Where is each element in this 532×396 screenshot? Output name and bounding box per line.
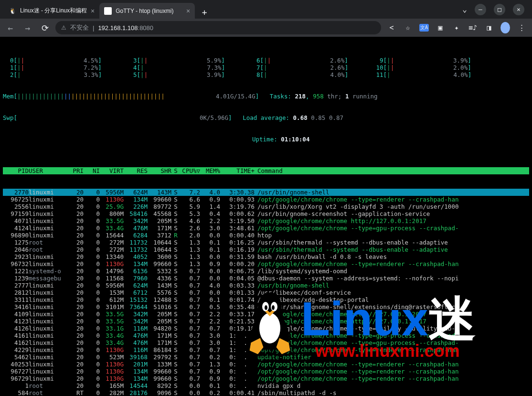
share-icon[interactable]: < <box>387 23 396 32</box>
table-row[interactable]: 4071 linuxmi 20033.5G342M205MS4.62.23:19… <box>3 217 529 225</box>
insecure-label: 不安全 <box>70 23 89 32</box>
table-row[interactable]: 2923 linuxmi 2001334040523600S1.30.00:31… <box>3 253 529 260</box>
mem-meter: Mem[||||||||||||||||||||||||||||||||||||… <box>3 93 529 100</box>
cpu-meter-4: 4[|7.3%] <box>126 64 249 71</box>
table-row[interactable]: 4162 linuxmi 20033.4G476M171MS0.73.01: .… <box>3 339 529 346</box>
forward-button: → <box>21 21 34 34</box>
cpu-meter-0: 0[||4.5%] <box>3 57 126 64</box>
table-row[interactable]: 5462 linuxmi 200523M3916829792S0.70.20: … <box>3 353 529 361</box>
url-text: 192.168.1.108:8080 <box>98 24 153 32</box>
col-virt: VIRT <box>100 167 124 174</box>
cpu-meter-3: 3[||5.9%] <box>126 57 249 64</box>
cpu-meter-10: 10[||2.0%] <box>372 64 496 71</box>
close-window-icon[interactable]: × <box>513 4 524 15</box>
table-row[interactable]: 1221 systemd-o2001479661365332S0.70.00:0… <box>3 268 529 275</box>
toolbar: ← → ⟳ ⚠ 不安全 | 192.168.1.108:8080 < ☆ 文A … <box>0 19 532 37</box>
cpu-meter-1: 1[||7.2%] <box>3 64 126 71</box>
cpu-meter-5: 5[||3.9%] <box>126 71 249 78</box>
maximize-icon[interactable]: □ <box>494 4 505 15</box>
cpu-meter-11: 11[|4.0%] <box>372 71 496 78</box>
col-shr: SHR <box>148 167 171 174</box>
table-row[interactable]: 1 root 200165M145448292S0.00.10: . nvidi… <box>3 382 529 389</box>
table-row[interactable]: 4229 linuxmi 2001130G116M86184S0.70.71: … <box>3 346 529 353</box>
address-bar[interactable]: ⚠ 不安全 | 192.168.1.108:8080 <box>55 21 381 34</box>
back-button[interactable]: ← <box>4 21 17 34</box>
translate-icon[interactable]: 文A <box>419 24 429 32</box>
uptime: Uptime: 01:10:04 <box>3 136 529 143</box>
favicon-icon <box>104 7 112 15</box>
col-ni: NI <box>84 167 100 174</box>
table-row[interactable]: 96725 linuxmi 2001130G134M99660S6.60.90:… <box>3 196 529 203</box>
window-controls: ⌄ — □ × <box>462 0 528 19</box>
table-row[interactable]: 97159 linuxmi 200800M5841645568S5.30.40:… <box>3 210 529 217</box>
col-pri: PRI <box>67 167 84 174</box>
table-row[interactable]: 2777 linuxmi 2005956M624M143MS0.74.00:03… <box>3 282 529 289</box>
chevron-down-icon[interactable]: ⌄ <box>462 5 467 14</box>
browser-window: 🐧 Linux迷 - 分享Linux和编程 × GoTTY - htop (li… <box>0 0 532 396</box>
col-cmd: Command <box>255 167 529 174</box>
col-pid: PID <box>3 167 29 174</box>
tab-title: Linux迷 - 分享Linux和编程 <box>20 7 87 15</box>
puzzle-icon[interactable]: ✦ <box>452 23 461 32</box>
tab-0[interactable]: 🐧 Linux迷 - 分享Linux和编程 × <box>4 3 99 19</box>
table-row[interactable]: 96732 linuxmi 2001130G134M99660S1.30.90:… <box>3 260 529 268</box>
tab-1[interactable]: GoTTY - htop (linuxmi) × <box>99 3 195 19</box>
table-row[interactable]: 4126 linuxmi 20033.1G116M94820S0.70.70:1… <box>3 325 529 332</box>
swp-meter: Swp[0K/5.96G] Load average: 0.68 0.85 0.… <box>3 114 529 121</box>
minimize-icon[interactable]: — <box>475 4 486 15</box>
cpu-meter-2: 2[|3.3%] <box>3 71 126 78</box>
table-row[interactable]: 3416 linuxmi 2003101M7364451016S0.70.50:… <box>3 303 529 310</box>
table-row[interactable]: 4124 linuxmi 20033.4G476M171MS2.63.03:48… <box>3 225 529 232</box>
avatar[interactable] <box>500 22 510 33</box>
terminal[interactable]: 0[||4.5%] 3[||5.9%] 6[||2.6%] 9[||3.9%] … <box>0 37 532 396</box>
table-row[interactable]: 4109 linuxmi 20033.5G342M205MS0.72.20:33… <box>3 310 529 318</box>
playlist-icon[interactable]: ≡♪ <box>468 23 478 32</box>
tab-title: GoTTY - htop (linuxmi) <box>116 8 173 14</box>
table-row[interactable]: 4123 linuxmi 20033.5G342M205MS0.72.20:21… <box>3 318 529 325</box>
table-row[interactable]: 2812 linuxmi 200153M67125576S0.70.00:01.… <box>3 289 529 296</box>
table-row[interactable]: 2770 linuxmi 2005956M624M143MS7.24.03:30… <box>3 189 529 196</box>
col-user: USER <box>29 167 67 174</box>
menu-icon[interactable]: ⋮ <box>517 23 526 32</box>
close-icon[interactable]: × <box>186 7 190 15</box>
panel-icon[interactable]: ◨ <box>484 23 494 32</box>
toolbar-icons: < ☆ 文A ▣ ✦ ≡♪ ◨ ⋮ <box>385 22 528 33</box>
cpu-meter-9: 9[||3.9%] <box>372 57 496 64</box>
star-icon[interactable]: ☆ <box>403 23 413 32</box>
close-icon[interactable]: × <box>91 7 95 15</box>
table-row[interactable]: 96890 linuxmi 2001564462843712R2.00.00:0… <box>3 232 529 239</box>
process-list[interactable]: 2770 linuxmi 2005956M624M143MS7.24.03:30… <box>3 189 529 396</box>
col-s: S <box>171 167 180 174</box>
col-time: TIME+ <box>220 167 255 174</box>
tab-strip: 🐧 Linux迷 - 分享Linux和编程 × GoTTY - htop (li… <box>4 2 211 19</box>
table-row[interactable]: 2556 linuxmi 20025.9G226M89772S5.91.43:1… <box>3 203 529 210</box>
column-header[interactable]: PID USERPRINIVIRTRESSHRSCPU%▽MEM%TIME+Co… <box>3 167 529 174</box>
col-res: RES <box>124 167 148 174</box>
reload-button[interactable]: ⟳ <box>38 21 52 34</box>
table-row[interactable]: 1275 root 200272M1173210644S1.30.10:16.2… <box>3 239 529 246</box>
extension-icon[interactable]: ▣ <box>436 23 445 32</box>
favicon-icon: 🐧 <box>9 7 16 15</box>
cpu-meter-7: 7[|2.6%] <box>249 64 372 71</box>
titlebar: 🐧 Linux迷 - 分享Linux和编程 × GoTTY - htop (li… <box>0 0 532 19</box>
table-row[interactable]: 40253 linuxmi 2001130G201M133MS0.71.30: … <box>3 361 529 368</box>
table-row[interactable]: 2046 root 200272M1173210644S1.30.10:16.1… <box>3 246 529 253</box>
new-tab-button[interactable]: + <box>198 5 211 19</box>
table-row[interactable]: 3311 linuxmi 200612M1513212488S0.70.10:0… <box>3 296 529 303</box>
table-row[interactable]: 96729 linuxmi 2001130G134M99660S0.70.90:… <box>3 375 529 382</box>
cpu-meter-6: 6[||2.6%] <box>249 57 372 64</box>
col-mem: MEM% <box>200 167 220 174</box>
cpu-meter-8: 8[|4.0%] <box>249 71 372 78</box>
table-row[interactable]: 96727 linuxmi 2001130G134M99660S0.70.90:… <box>3 368 529 375</box>
table-row[interactable]: 4161 linuxmi 20033.4G476M171MS0.73.01: .… <box>3 332 529 339</box>
table-row[interactable]: 584 root RT0282M281769096S0.00.20:00.41/… <box>3 389 529 396</box>
col-cpu: CPU%▽ <box>180 167 200 174</box>
table-row[interactable]: 1239 messagebu2001156879604336S0.70.00:0… <box>3 275 529 282</box>
cpu-meters: 0[||4.5%] 3[||5.9%] 6[||2.6%] 9[||3.9%] … <box>3 57 529 78</box>
warning-icon: ⚠ <box>61 24 66 31</box>
